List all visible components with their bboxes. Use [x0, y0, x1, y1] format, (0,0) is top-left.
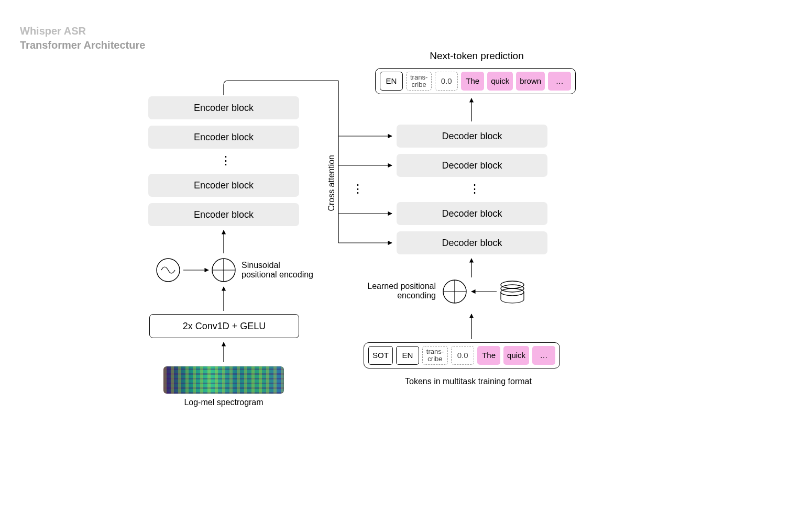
spectrogram-caption: Log-mel spectrogram	[163, 398, 284, 407]
input-token-2: trans- cribe	[422, 346, 448, 365]
svg-point-6	[501, 288, 524, 296]
sinusoidal-pos-enc-label: Sinusoidal positional encoding	[242, 261, 313, 280]
encoder-top-elbow	[224, 81, 338, 95]
next-token-prediction-title: Next-token prediction	[398, 50, 555, 62]
input-token-5: quick	[503, 346, 529, 365]
diagram-title: Whisper ASR Transformer Architecture	[20, 24, 145, 52]
conv1d-gelu-box: 2x Conv1D + GELU	[149, 314, 299, 338]
input-token-6: …	[532, 346, 555, 365]
svg-point-5	[501, 285, 524, 292]
embedding-stack-icon	[501, 281, 524, 303]
encoder-vdots: ⋮	[220, 159, 232, 162]
input-token-4: The	[477, 346, 500, 365]
output-token-4: quick	[487, 72, 513, 91]
input-tokens-caption: Tokens in multitask training format	[364, 377, 573, 386]
decoder-block-1: Decoder block	[397, 125, 547, 148]
decoder-block-2: Decoder block	[397, 154, 547, 177]
encoder-block-1: Encoder block	[148, 96, 299, 119]
decoder-sum-icon	[443, 280, 466, 303]
title-line-2: Transformer Architecture	[20, 38, 145, 52]
output-token-5: brown	[516, 72, 545, 91]
decoder-vdots: ⋮	[469, 187, 480, 191]
output-token-1: trans- cribe	[406, 72, 432, 91]
input-token-3: 0.0	[451, 346, 474, 365]
sine-circle-icon	[157, 259, 180, 282]
svg-point-4	[501, 281, 524, 288]
encoder-block-3: Encoder block	[148, 174, 299, 197]
log-mel-spectrogram	[163, 366, 284, 394]
encoder-block-4: Encoder block	[148, 203, 299, 226]
sine-wave-icon	[161, 267, 175, 273]
input-token-0: SOT	[368, 346, 393, 365]
encoder-sum-icon	[212, 259, 235, 282]
input-token-1: EN	[396, 346, 419, 365]
output-token-3: The	[461, 72, 484, 91]
title-line-1: Whisper ASR	[20, 24, 145, 38]
cross-attention-vdots: ⋮	[352, 187, 364, 191]
input-token-row: SOTENtrans- cribe0.0Thequick…	[364, 342, 560, 368]
output-token-row: ENtrans- cribe0.0Thequickbrown…	[375, 68, 576, 94]
output-token-6: …	[548, 72, 571, 91]
encoder-block-2: Encoder block	[148, 126, 299, 149]
output-token-2: 0.0	[435, 72, 458, 91]
learned-pos-enc-label: Learned positional enconding	[347, 282, 436, 300]
decoder-block-3: Decoder block	[397, 202, 547, 225]
output-token-0: EN	[380, 72, 403, 91]
decoder-block-4: Decoder block	[397, 231, 547, 254]
cross-attention-label: Cross attention	[327, 155, 336, 211]
